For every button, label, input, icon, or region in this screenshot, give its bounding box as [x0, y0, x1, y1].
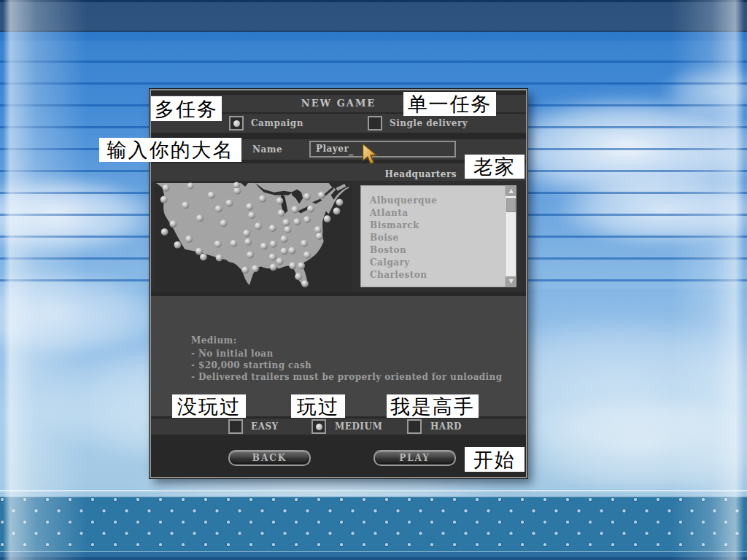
- list-item[interactable]: Atlanta: [361, 207, 504, 219]
- scroll-down-icon[interactable]: ▼: [506, 276, 516, 287]
- list-item[interactable]: Calgary: [361, 257, 504, 269]
- list-item[interactable]: Charleston: [361, 269, 504, 281]
- play-button[interactable]: PLAY: [374, 450, 456, 466]
- list-item[interactable]: Boise: [361, 232, 504, 244]
- easy-label: EASY: [251, 419, 279, 434]
- annotation-play: 开始: [465, 447, 525, 472]
- headquarters-label: Headquarters: [360, 169, 457, 179]
- name-label: Name: [252, 142, 282, 157]
- list-item[interactable]: Boston: [361, 244, 504, 257]
- difficulty-heading: Medium:: [191, 335, 502, 346]
- name-input-value: Player: [316, 144, 349, 154]
- text-caret: _: [349, 145, 354, 155]
- difficulty-line: - $20,000 starting cash: [191, 359, 502, 371]
- annotation-medium: 玩过: [291, 394, 345, 418]
- bottom-divider-line: [0, 490, 747, 491]
- campaign-checkbox[interactable]: [229, 116, 244, 131]
- scrollbar-thumb[interactable]: [506, 198, 516, 212]
- bottom-strip: [0, 551, 747, 560]
- single-delivery-label: Single delivery: [390, 116, 468, 131]
- medium-checkbox[interactable]: [311, 419, 326, 434]
- scrollbar[interactable]: ▲ ▼: [505, 186, 516, 287]
- back-button[interactable]: BACK: [228, 450, 311, 466]
- game-screen: NEW GAME Campaign Single delivery Name P…: [0, 0, 747, 560]
- checkbox-dot-icon: [233, 120, 240, 127]
- name-input[interactable]: Player_: [309, 141, 456, 158]
- annotation-campaign: 多任务: [151, 96, 222, 121]
- difficulty-description: Medium: - No initial loan - $20,000 star…: [191, 335, 502, 383]
- headquarters-list: Albuquerque Atlanta Bismarck Boise Bosto…: [360, 185, 516, 287]
- list-item[interactable]: Albuquerque: [361, 195, 504, 207]
- annotation-hard: 我是高手: [387, 394, 479, 418]
- annotation-name: 输入你的大名: [99, 138, 241, 162]
- us-map[interactable]: [155, 181, 352, 290]
- cursor-arrow-icon: [359, 143, 381, 169]
- annotation-headquarters: 老家: [465, 155, 525, 179]
- medium-label: MEDIUM: [335, 419, 382, 434]
- scroll-up-icon[interactable]: ▲: [506, 186, 516, 196]
- list-item[interactable]: Bismarck: [361, 219, 504, 232]
- campaign-label: Campaign: [251, 116, 303, 131]
- hard-checkbox[interactable]: [407, 419, 422, 434]
- hard-label: HARD: [430, 419, 462, 434]
- top-navy-band: [0, 0, 747, 32]
- easy-checkbox[interactable]: [228, 419, 243, 434]
- dotted-bottom-panel: [0, 497, 747, 551]
- difficulty-line: - No initial loan: [191, 348, 502, 359]
- annotation-easy: 没玩过: [172, 394, 246, 418]
- single-delivery-checkbox[interactable]: [368, 116, 382, 131]
- annotation-single-delivery: 单一任务: [403, 92, 496, 116]
- difficulty-line: - Delivered trailers must be properly or…: [191, 371, 502, 383]
- checkbox-dot-icon: [316, 424, 322, 430]
